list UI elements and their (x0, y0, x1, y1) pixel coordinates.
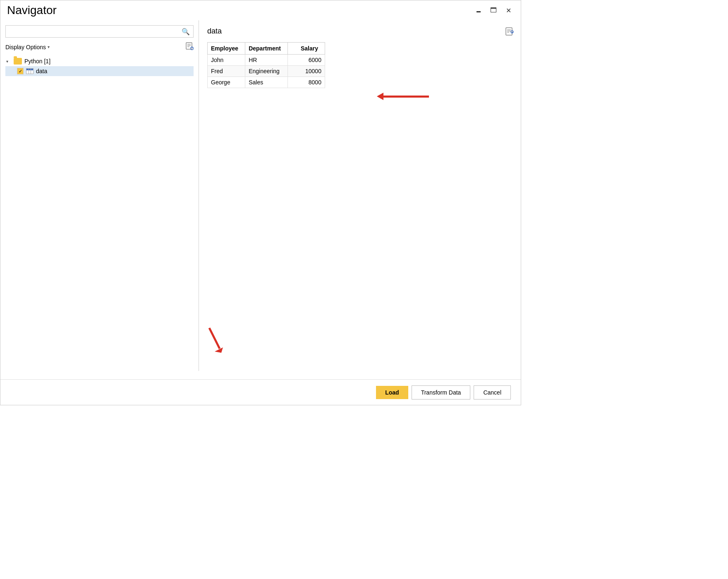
col-header-salary: Salary (287, 43, 325, 55)
svg-rect-0 (186, 43, 192, 49)
left-toolbar: Display Options ▾ (5, 42, 194, 52)
tree-child-data[interactable]: ✓ (5, 66, 194, 76)
col-header-employee: Employee (208, 43, 245, 55)
transform-data-button[interactable]: Transform Data (412, 385, 471, 400)
tree-root-python[interactable]: ▾ Python [1] (5, 56, 194, 66)
svg-line-10 (209, 328, 220, 349)
search-bar: 🔍 (5, 25, 194, 38)
cell-r2-c1: Sales (245, 77, 288, 88)
cell-r2-c0: George (208, 77, 245, 88)
table-row: FredEngineering10000 (208, 66, 325, 77)
annotation-arrow-down (203, 326, 228, 356)
cell-r2-c2: 8000 (287, 77, 325, 88)
cell-r1-c2: 10000 (287, 66, 325, 77)
tree-arrow-icon: ▾ (6, 59, 11, 64)
preview-refresh-icon (505, 27, 514, 36)
maximize-button[interactable]: 🗖 (488, 5, 499, 16)
window-title: Navigator (7, 4, 57, 17)
search-icon: 🔍 (182, 28, 190, 36)
right-panel: data Employee Department Salary Joh (199, 20, 521, 371)
cell-r0-c0: John (208, 55, 245, 66)
tree-child-label: data (36, 68, 47, 74)
table-row: JohnHR6000 (208, 55, 325, 66)
cancel-button[interactable]: Cancel (474, 385, 511, 400)
titlebar: Navigator 🗕 🗖 ✕ (0, 0, 521, 20)
col-header-department: Department (245, 43, 288, 55)
annotation-arrow-horizontal (377, 93, 429, 100)
table-icon (26, 68, 34, 74)
arrow-line-horizontal (383, 96, 429, 98)
load-button[interactable]: Load (376, 386, 408, 399)
cell-r1-c1: Engineering (245, 66, 288, 77)
cell-r0-c1: HR (245, 55, 288, 66)
refresh-icon (185, 42, 194, 50)
cell-r1-c0: Fred (208, 66, 245, 77)
preview-refresh-button[interactable] (505, 27, 514, 38)
minimize-button[interactable]: 🗕 (473, 5, 484, 16)
arrow-head-left-icon (377, 93, 383, 100)
refresh-button[interactable] (185, 42, 194, 52)
main-content: 🔍 Display Options ▾ (0, 20, 521, 371)
display-options-label: Display Options (5, 44, 46, 50)
table-row: GeorgeSales8000 (208, 77, 325, 88)
preview-title: data (207, 27, 512, 36)
search-input[interactable] (9, 27, 182, 36)
chevron-down-icon: ▾ (48, 45, 50, 49)
left-panel: 🔍 Display Options ▾ (0, 20, 199, 371)
bottom-bar: Load Transform Data Cancel (0, 379, 521, 405)
close-button[interactable]: ✕ (503, 5, 514, 16)
display-options-dropdown[interactable]: Display Options ▾ (5, 44, 50, 50)
down-arrow-svg (203, 326, 228, 355)
data-table: Employee Department Salary JohnHR6000Fre… (207, 42, 325, 88)
tree-root-label: Python [1] (24, 58, 50, 65)
checkbox-data[interactable]: ✓ (17, 68, 24, 74)
tree-container: ▾ Python [1] ✓ (5, 56, 194, 366)
folder-icon (14, 58, 22, 65)
cell-r0-c2: 6000 (287, 55, 325, 66)
window-controls: 🗕 🗖 ✕ (473, 5, 514, 16)
